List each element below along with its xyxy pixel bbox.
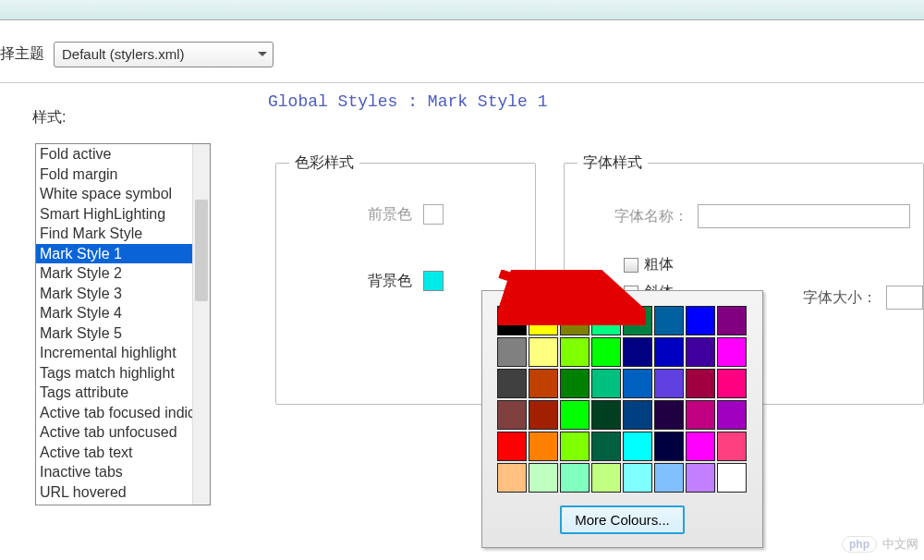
color-cell[interactable] <box>497 369 527 398</box>
list-item[interactable]: Incremental highlight <box>36 343 192 363</box>
list-item[interactable]: Mark Style 5 <box>36 323 192 344</box>
color-cell[interactable] <box>623 432 652 461</box>
color-cell[interactable] <box>686 337 715 367</box>
color-cell[interactable] <box>717 369 747 398</box>
color-cell[interactable] <box>591 369 621 398</box>
list-item[interactable]: Smart HighLighting <box>36 204 192 225</box>
styles-panel: 样式: <box>9 108 213 144</box>
list-item[interactable]: Fold margin <box>36 164 192 185</box>
color-cell[interactable] <box>529 432 558 461</box>
foreground-swatch[interactable] <box>423 204 444 225</box>
color-cell[interactable] <box>717 463 747 493</box>
list-item[interactable]: URL hovered <box>36 482 192 503</box>
color-cell[interactable] <box>529 369 558 398</box>
color-cell[interactable] <box>623 369 652 398</box>
color-cell[interactable] <box>529 463 558 493</box>
theme-label: 择主题 <box>0 44 44 64</box>
color-cell[interactable] <box>497 306 527 335</box>
color-cell[interactable] <box>591 400 621 430</box>
color-cell[interactable] <box>497 432 527 461</box>
list-item[interactable]: Mark Style 4 <box>36 303 192 323</box>
color-cell[interactable] <box>560 306 590 335</box>
color-cell[interactable] <box>717 306 747 335</box>
detail-panel: Global Styles : Mark Style 1 色彩样式 前景色 背景… <box>251 92 924 143</box>
color-grid <box>497 306 748 493</box>
watermark-text: 中文网 <box>882 536 918 553</box>
background-swatch[interactable] <box>423 271 444 291</box>
color-style-legend: 色彩样式 <box>289 153 359 173</box>
color-cell[interactable] <box>623 463 652 493</box>
color-cell[interactable] <box>686 400 715 430</box>
bold-label: 粗体 <box>644 255 674 274</box>
color-cell[interactable] <box>591 306 621 335</box>
color-cell[interactable] <box>497 463 527 493</box>
color-cell[interactable] <box>560 463 590 493</box>
list-item[interactable]: Active tab unfocused <box>36 422 192 443</box>
more-colours-button[interactable]: More Colours... <box>560 505 685 534</box>
chevron-down-icon <box>258 52 267 56</box>
color-cell[interactable] <box>717 337 747 367</box>
color-cell[interactable] <box>654 369 684 398</box>
watermark-logo: php <box>842 536 877 553</box>
color-cell[interactable] <box>497 400 527 430</box>
color-cell[interactable] <box>591 337 621 367</box>
font-name-label: 字体名称： <box>614 207 688 226</box>
page-title: Global Styles : Mark Style 1 <box>268 92 924 111</box>
color-cell[interactable] <box>591 432 621 461</box>
font-size-field[interactable] <box>886 286 923 310</box>
color-cell[interactable] <box>529 400 558 430</box>
color-cell[interactable] <box>560 400 590 430</box>
color-cell[interactable] <box>654 306 684 335</box>
toolbar: 择主题 Default (stylers.xml) <box>0 20 924 83</box>
styles-listbox[interactable]: Fold activeFold marginWhite space symbol… <box>35 143 211 505</box>
color-cell[interactable] <box>654 432 684 461</box>
list-item[interactable]: Active tab text <box>36 443 192 463</box>
color-cell[interactable] <box>717 432 747 461</box>
list-item[interactable]: Inactive tabs <box>36 462 192 482</box>
list-item[interactable]: Mark Style 3 <box>36 284 192 304</box>
foreground-label: 前景色 <box>368 205 412 225</box>
styles-panel-label: 样式: <box>32 108 213 128</box>
background-row: 背景色 <box>289 271 522 291</box>
color-cell[interactable] <box>654 400 684 430</box>
color-cell[interactable] <box>529 337 558 367</box>
color-cell[interactable] <box>686 369 715 398</box>
font-name-row: 字体名称： <box>614 204 910 228</box>
list-item[interactable]: Mark Style 2 <box>36 263 192 284</box>
color-cell[interactable] <box>717 400 747 430</box>
color-cell[interactable] <box>654 337 684 367</box>
foreground-row: 前景色 <box>289 204 522 225</box>
color-cell[interactable] <box>529 306 558 335</box>
theme-select[interactable]: Default (stylers.xml) <box>54 42 274 67</box>
color-cell[interactable] <box>591 463 621 493</box>
color-cell[interactable] <box>560 337 590 367</box>
color-cell[interactable] <box>623 306 652 335</box>
scrollbar[interactable] <box>192 144 210 505</box>
list-item[interactable]: Mark Style 1 <box>36 244 192 264</box>
font-size-row: 字体大小： <box>803 286 923 310</box>
color-cell[interactable] <box>623 337 652 367</box>
scrollbar-thumb[interactable] <box>195 200 208 301</box>
color-cell[interactable] <box>560 369 590 398</box>
watermark: php 中文网 <box>842 536 918 553</box>
list-item[interactable]: White space symbol <box>36 184 192 204</box>
color-cell[interactable] <box>623 400 652 430</box>
color-cell[interactable] <box>686 306 715 335</box>
window-titlebar <box>0 0 924 20</box>
background-label: 背景色 <box>368 272 412 291</box>
font-name-field[interactable] <box>698 204 910 228</box>
bold-checkbox-row[interactable]: 粗体 <box>624 255 910 274</box>
color-picker-popup: More Colours... <box>481 290 763 548</box>
list-item[interactable]: Active tab focused indicator <box>36 403 192 423</box>
color-cell[interactable] <box>497 337 527 367</box>
color-cell[interactable] <box>686 432 715 461</box>
font-size-label: 字体大小： <box>803 288 877 308</box>
color-cell[interactable] <box>654 463 684 493</box>
theme-select-value: Default (stylers.xml) <box>62 46 185 62</box>
list-item[interactable]: Tags attribute <box>36 383 192 403</box>
color-cell[interactable] <box>686 463 715 493</box>
list-item[interactable]: Fold active <box>36 144 192 164</box>
color-cell[interactable] <box>560 432 590 461</box>
list-item[interactable]: Tags match highlight <box>36 363 192 383</box>
list-item[interactable]: Find Mark Style <box>36 224 192 244</box>
